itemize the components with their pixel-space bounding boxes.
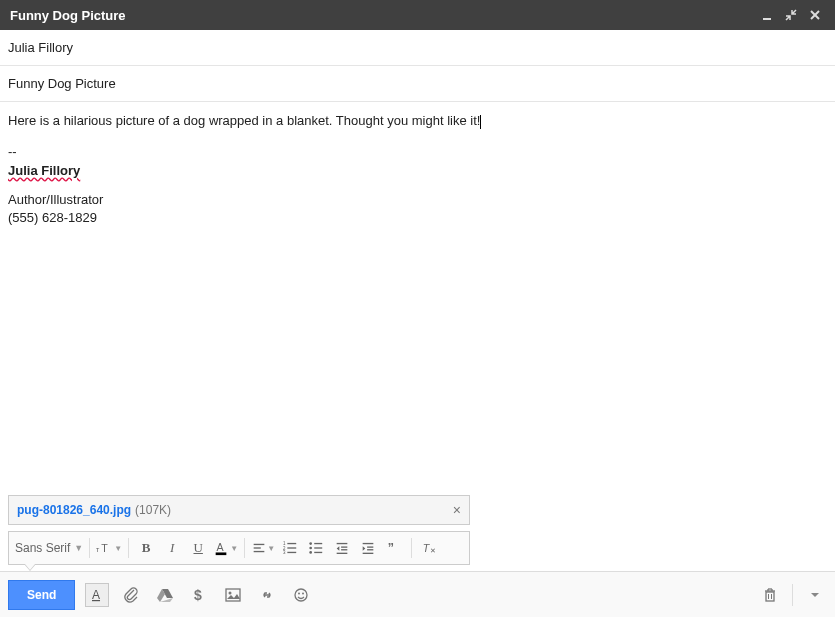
attachment-filesize: (107K) [135,503,171,517]
chevron-down-icon: ▼ [267,544,275,553]
svg-rect-6 [216,552,227,555]
svg-text:$: $ [194,587,202,603]
chevron-down-icon: ▼ [230,544,238,553]
formatting-toolbar: Sans Serif ▼ тT ▼ B I U A ▼ ▼ 123 [8,531,470,565]
money-button[interactable]: $ [187,583,211,607]
svg-text:3: 3 [283,550,286,555]
svg-point-17 [309,547,312,550]
svg-point-37 [295,589,307,601]
indent-less-button[interactable] [331,536,353,560]
bold-button[interactable]: B [135,536,157,560]
svg-text:✕: ✕ [430,547,436,555]
bullet-list-button[interactable] [305,536,327,560]
svg-text:A: A [92,588,100,602]
svg-text:T: T [102,542,109,554]
send-button[interactable]: Send [8,580,75,610]
emoji-button[interactable] [289,583,313,607]
chevron-down-icon: ▼ [114,544,122,553]
insert-link-button[interactable] [255,583,279,607]
more-options-button[interactable] [803,583,827,607]
attach-file-button[interactable] [119,583,143,607]
svg-point-16 [309,542,312,545]
svg-rect-40 [766,592,774,601]
formatting-toggle-button[interactable]: A [85,583,109,607]
signature-separator: -- [8,143,827,162]
svg-text:A: A [217,541,225,553]
body-editor[interactable]: Here is a hilarious picture of a dog wra… [0,102,835,491]
font-size-button[interactable]: тT ▼ [96,536,122,560]
toolbar-pointer [24,564,36,571]
svg-point-18 [309,551,312,554]
insert-photo-button[interactable] [221,583,245,607]
underline-button[interactable]: U [187,536,209,560]
subject-field[interactable]: Funny Dog Picture [0,66,835,102]
svg-point-36 [229,591,232,594]
body-text: Here is a hilarious picture of a dog wra… [8,113,480,128]
indent-more-button[interactable] [357,536,379,560]
font-family-select[interactable]: Sans Serif ▼ [15,536,83,560]
font-family-label: Sans Serif [15,541,70,555]
minimize-icon[interactable] [757,5,777,25]
window-title: Funny Dog Picture [10,8,753,23]
close-icon[interactable] [805,5,825,25]
attachment-area: pug-801826_640.jpg (107K) × [0,491,835,525]
to-field[interactable]: Julia Fillory [0,30,835,66]
drive-button[interactable] [153,583,177,607]
remove-formatting-button[interactable]: T✕ [418,536,440,560]
align-button[interactable]: ▼ [251,536,275,560]
signature-line1: Author/Illustrator [8,191,827,210]
quote-button[interactable]: ” [383,536,405,560]
attachment-filename: pug-801826_640.jpg [17,503,131,517]
svg-text:т: т [96,546,100,554]
attachment-remove-icon[interactable]: × [453,502,461,518]
svg-point-38 [298,592,300,594]
italic-button[interactable]: I [161,536,183,560]
svg-text:”: ” [388,541,394,555]
text-color-button[interactable]: A ▼ [213,536,238,560]
attachment-chip[interactable]: pug-801826_640.jpg (107K) × [8,495,470,525]
chevron-down-icon: ▼ [74,543,83,553]
collapse-icon[interactable] [781,5,801,25]
signature-line2: (555) 628-1829 [8,209,827,228]
compose-window: Funny Dog Picture Julia Fillory Funny Do… [0,0,835,617]
numbered-list-button[interactable]: 123 [279,536,301,560]
svg-rect-35 [226,589,240,601]
titlebar: Funny Dog Picture [0,0,835,30]
bottom-toolbar: Send A $ [0,571,835,617]
discard-button[interactable] [758,583,782,607]
svg-point-39 [302,592,304,594]
text-cursor [480,115,481,129]
signature-name: Julia Fillory [8,162,827,181]
